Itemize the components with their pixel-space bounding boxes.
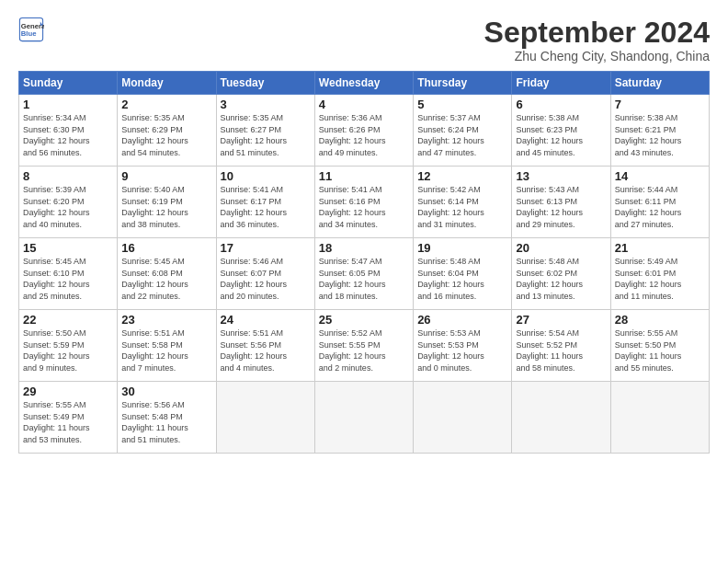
day-number: 14 [615, 169, 705, 183]
weekday-header-monday: Monday [118, 72, 216, 95]
day-info: Sunrise: 5:45 AM Sunset: 6:08 PM Dayligh… [121, 256, 211, 302]
day-info: Sunrise: 5:38 AM Sunset: 6:23 PM Dayligh… [516, 112, 606, 158]
day-number: 18 [319, 241, 409, 255]
weekday-header-tuesday: Tuesday [216, 72, 314, 95]
day-info: Sunrise: 5:54 AM Sunset: 5:52 PM Dayligh… [516, 327, 606, 373]
day-number: 11 [319, 169, 409, 183]
calendar-day [216, 382, 314, 454]
day-info: Sunrise: 5:35 AM Sunset: 6:29 PM Dayligh… [121, 112, 211, 158]
day-info: Sunrise: 5:55 AM Sunset: 5:50 PM Dayligh… [615, 327, 705, 373]
calendar-day: 19Sunrise: 5:48 AM Sunset: 6:04 PM Dayli… [414, 238, 512, 310]
calendar-day: 20Sunrise: 5:48 AM Sunset: 6:02 PM Dayli… [512, 238, 610, 310]
calendar-day: 16Sunrise: 5:45 AM Sunset: 6:08 PM Dayli… [118, 238, 216, 310]
day-number: 7 [615, 98, 705, 111]
calendar-day: 26Sunrise: 5:53 AM Sunset: 5:53 PM Dayli… [414, 310, 512, 382]
day-number: 27 [516, 313, 606, 327]
svg-text:Blue: Blue [21, 29, 37, 38]
weekday-header-sunday: Sunday [19, 72, 118, 95]
day-number: 9 [121, 169, 211, 183]
day-number: 30 [121, 385, 211, 398]
weekday-header-friday: Friday [512, 72, 610, 95]
day-number: 17 [221, 241, 311, 255]
day-number: 22 [23, 313, 113, 327]
calendar-day: 30Sunrise: 5:56 AM Sunset: 5:48 PM Dayli… [118, 382, 216, 454]
day-number: 29 [23, 385, 113, 398]
calendar-day: 2Sunrise: 5:35 AM Sunset: 6:29 PM Daylig… [118, 95, 216, 167]
day-info: Sunrise: 5:51 AM Sunset: 5:56 PM Dayligh… [221, 327, 311, 373]
day-info: Sunrise: 5:50 AM Sunset: 5:59 PM Dayligh… [23, 327, 113, 373]
calendar-day: 3Sunrise: 5:35 AM Sunset: 6:27 PM Daylig… [216, 95, 314, 167]
calendar-day [414, 382, 512, 454]
calendar-week-1: 1Sunrise: 5:34 AM Sunset: 6:30 PM Daylig… [19, 95, 710, 167]
header: General Blue General Blue September 2024… [18, 17, 710, 63]
day-number: 28 [615, 313, 705, 327]
day-info: Sunrise: 5:41 AM Sunset: 6:17 PM Dayligh… [221, 184, 311, 230]
calendar-day: 1Sunrise: 5:34 AM Sunset: 6:30 PM Daylig… [19, 95, 118, 167]
day-info: Sunrise: 5:42 AM Sunset: 6:14 PM Dayligh… [417, 184, 507, 230]
day-info: Sunrise: 5:55 AM Sunset: 5:49 PM Dayligh… [23, 399, 113, 445]
calendar-day: 22Sunrise: 5:50 AM Sunset: 5:59 PM Dayli… [19, 310, 118, 382]
day-number: 6 [516, 98, 606, 111]
calendar-day: 15Sunrise: 5:45 AM Sunset: 6:10 PM Dayli… [19, 238, 118, 310]
calendar-day: 29Sunrise: 5:55 AM Sunset: 5:49 PM Dayli… [19, 382, 118, 454]
calendar-day: 10Sunrise: 5:41 AM Sunset: 6:17 PM Dayli… [216, 167, 314, 238]
calendar-day: 5Sunrise: 5:37 AM Sunset: 6:24 PM Daylig… [414, 95, 512, 167]
day-number: 13 [516, 169, 606, 183]
calendar-day [512, 382, 610, 454]
calendar-week-3: 15Sunrise: 5:45 AM Sunset: 6:10 PM Dayli… [19, 238, 710, 310]
day-info: Sunrise: 5:48 AM Sunset: 6:02 PM Dayligh… [516, 256, 606, 302]
day-info: Sunrise: 5:45 AM Sunset: 6:10 PM Dayligh… [23, 256, 113, 302]
calendar-day: 28Sunrise: 5:55 AM Sunset: 5:50 PM Dayli… [610, 310, 709, 382]
day-number: 21 [615, 241, 705, 255]
weekday-header-saturday: Saturday [610, 72, 709, 95]
day-number: 19 [417, 241, 507, 255]
day-info: Sunrise: 5:49 AM Sunset: 6:01 PM Dayligh… [615, 256, 705, 302]
calendar-day: 17Sunrise: 5:46 AM Sunset: 6:07 PM Dayli… [216, 238, 314, 310]
day-info: Sunrise: 5:44 AM Sunset: 6:11 PM Dayligh… [615, 184, 705, 230]
day-number: 3 [221, 98, 311, 111]
day-info: Sunrise: 5:46 AM Sunset: 6:07 PM Dayligh… [221, 256, 311, 302]
day-info: Sunrise: 5:40 AM Sunset: 6:19 PM Dayligh… [121, 184, 211, 230]
day-number: 10 [221, 169, 311, 183]
day-number: 1 [23, 98, 113, 111]
day-info: Sunrise: 5:34 AM Sunset: 6:30 PM Dayligh… [23, 112, 113, 158]
day-number: 8 [23, 169, 113, 183]
calendar-day: 7Sunrise: 5:38 AM Sunset: 6:21 PM Daylig… [610, 95, 709, 167]
day-info: Sunrise: 5:41 AM Sunset: 6:16 PM Dayligh… [319, 184, 409, 230]
weekday-header-thursday: Thursday [414, 72, 512, 95]
day-number: 23 [121, 313, 211, 327]
calendar-day: 18Sunrise: 5:47 AM Sunset: 6:05 PM Dayli… [314, 238, 413, 310]
day-info: Sunrise: 5:52 AM Sunset: 5:55 PM Dayligh… [319, 327, 409, 373]
calendar-day: 23Sunrise: 5:51 AM Sunset: 5:58 PM Dayli… [118, 310, 216, 382]
day-number: 16 [121, 241, 211, 255]
calendar-day: 11Sunrise: 5:41 AM Sunset: 6:16 PM Dayli… [314, 167, 413, 238]
day-info: Sunrise: 5:38 AM Sunset: 6:21 PM Dayligh… [615, 112, 705, 158]
day-info: Sunrise: 5:47 AM Sunset: 6:05 PM Dayligh… [319, 256, 409, 302]
calendar-day: 12Sunrise: 5:42 AM Sunset: 6:14 PM Dayli… [414, 167, 512, 238]
calendar-day: 13Sunrise: 5:43 AM Sunset: 6:13 PM Dayli… [512, 167, 610, 238]
day-info: Sunrise: 5:48 AM Sunset: 6:04 PM Dayligh… [417, 256, 507, 302]
calendar-table: SundayMondayTuesdayWednesdayThursdayFrid… [18, 71, 710, 454]
day-number: 5 [417, 98, 507, 111]
calendar-day: 21Sunrise: 5:49 AM Sunset: 6:01 PM Dayli… [610, 238, 709, 310]
day-info: Sunrise: 5:39 AM Sunset: 6:20 PM Dayligh… [23, 184, 113, 230]
day-number: 12 [417, 169, 507, 183]
logo-icon: General Blue [18, 17, 44, 42]
calendar-day: 9Sunrise: 5:40 AM Sunset: 6:19 PM Daylig… [118, 167, 216, 238]
day-info: Sunrise: 5:56 AM Sunset: 5:48 PM Dayligh… [121, 399, 211, 445]
location-subtitle: Zhu Cheng City, Shandong, China [484, 49, 710, 63]
day-number: 4 [319, 98, 409, 111]
day-info: Sunrise: 5:35 AM Sunset: 6:27 PM Dayligh… [221, 112, 311, 158]
calendar-day: 24Sunrise: 5:51 AM Sunset: 5:56 PM Dayli… [216, 310, 314, 382]
day-info: Sunrise: 5:53 AM Sunset: 5:53 PM Dayligh… [417, 327, 507, 373]
day-number: 20 [516, 241, 606, 255]
day-number: 2 [121, 98, 211, 111]
day-number: 24 [221, 313, 311, 327]
weekday-header-row: SundayMondayTuesdayWednesdayThursdayFrid… [19, 72, 710, 95]
day-number: 25 [319, 313, 409, 327]
day-number: 15 [23, 241, 113, 255]
calendar-week-2: 8Sunrise: 5:39 AM Sunset: 6:20 PM Daylig… [19, 167, 710, 238]
calendar-day: 25Sunrise: 5:52 AM Sunset: 5:55 PM Dayli… [314, 310, 413, 382]
calendar-day [314, 382, 413, 454]
day-info: Sunrise: 5:43 AM Sunset: 6:13 PM Dayligh… [516, 184, 606, 230]
